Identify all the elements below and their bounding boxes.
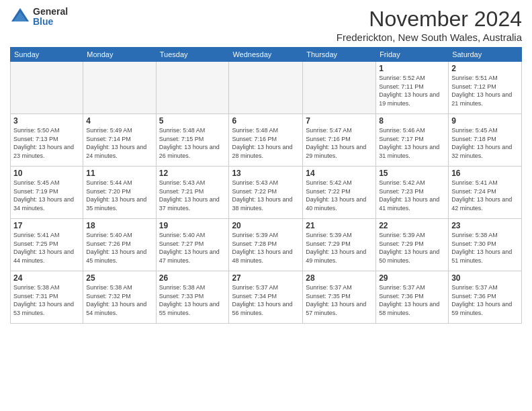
- day-info: Sunrise: 5:52 AMSunset: 7:11 PMDaylight:…: [379, 74, 445, 107]
- day-number: 2: [451, 64, 519, 73]
- calendar-cell: 26Sunrise: 5:38 AMSunset: 7:33 PMDayligh…: [156, 271, 229, 324]
- day-info: Sunrise: 5:42 AMSunset: 7:23 PMDaylight:…: [379, 179, 445, 212]
- sunrise-text: Sunrise: 5:48 AM: [232, 126, 300, 135]
- day-number: 25: [86, 273, 152, 283]
- day-info: Sunrise: 5:38 AMSunset: 7:32 PMDaylight:…: [86, 283, 152, 317]
- header: General Blue November 2024 Frederickton,…: [10, 7, 522, 43]
- day-info: Sunrise: 5:37 AMSunset: 7:36 PMDaylight:…: [379, 283, 445, 317]
- day-number: 7: [306, 116, 373, 126]
- day-number: 18: [86, 221, 152, 230]
- day-info: Sunrise: 5:39 AMSunset: 7:28 PMDaylight:…: [232, 231, 300, 265]
- daylight-text: Daylight: 13 hours and 29 minutes.: [306, 143, 373, 160]
- calendar-cell: 10Sunrise: 5:45 AMSunset: 7:19 PMDayligh…: [11, 167, 83, 219]
- sunrise-text: Sunrise: 5:47 AM: [306, 126, 373, 135]
- sunset-text: Sunset: 7:36 PM: [379, 292, 445, 301]
- daylight-text: Daylight: 13 hours and 38 minutes.: [232, 195, 300, 212]
- daylight-text: Daylight: 13 hours and 21 minutes.: [451, 91, 519, 107]
- day-info: Sunrise: 5:41 AMSunset: 7:25 PMDaylight:…: [13, 231, 80, 265]
- sunrise-text: Sunrise: 5:38 AM: [13, 283, 80, 292]
- sunrise-text: Sunrise: 5:38 AM: [86, 283, 152, 292]
- col-monday: Monday: [83, 48, 156, 62]
- sunrise-text: Sunrise: 5:42 AM: [379, 179, 445, 187]
- calendar-cell: 11Sunrise: 5:44 AMSunset: 7:20 PMDayligh…: [83, 167, 156, 219]
- daylight-text: Daylight: 13 hours and 26 minutes.: [159, 143, 226, 160]
- calendar-cell: 12Sunrise: 5:43 AMSunset: 7:21 PMDayligh…: [156, 167, 229, 219]
- sunset-text: Sunset: 7:21 PM: [159, 187, 226, 196]
- sunset-text: Sunset: 7:29 PM: [306, 240, 373, 248]
- sunset-text: Sunset: 7:33 PM: [159, 292, 226, 301]
- calendar-cell: 5Sunrise: 5:48 AMSunset: 7:15 PMDaylight…: [156, 114, 229, 167]
- day-number: 11: [86, 169, 152, 178]
- calendar-cell: 27Sunrise: 5:37 AMSunset: 7:34 PMDayligh…: [229, 271, 303, 324]
- day-number: 24: [13, 273, 80, 283]
- day-info: Sunrise: 5:49 AMSunset: 7:14 PMDaylight:…: [86, 126, 152, 160]
- sunrise-text: Sunrise: 5:45 AM: [451, 126, 519, 135]
- sunset-text: Sunset: 7:15 PM: [159, 135, 226, 144]
- sunrise-text: Sunrise: 5:48 AM: [159, 126, 226, 135]
- title-area: November 2024 Frederickton, New South Wa…: [337, 7, 522, 43]
- sunrise-text: Sunrise: 5:51 AM: [451, 74, 519, 83]
- calendar-header-row: Sunday Monday Tuesday Wednesday Thursday…: [11, 48, 522, 62]
- daylight-text: Daylight: 13 hours and 49 minutes.: [306, 248, 373, 265]
- sunrise-text: Sunrise: 5:40 AM: [86, 231, 152, 240]
- sunset-text: Sunset: 7:17 PM: [379, 135, 445, 144]
- sunset-text: Sunset: 7:28 PM: [232, 240, 300, 248]
- col-sunday: Sunday: [11, 48, 83, 62]
- calendar-cell: 23Sunrise: 5:38 AMSunset: 7:30 PMDayligh…: [449, 219, 522, 271]
- calendar-cell: 21Sunrise: 5:39 AMSunset: 7:29 PMDayligh…: [303, 219, 376, 271]
- col-wednesday: Wednesday: [229, 48, 303, 62]
- daylight-text: Daylight: 13 hours and 57 minutes.: [306, 300, 373, 317]
- daylight-text: Daylight: 13 hours and 31 minutes.: [379, 143, 445, 160]
- sunset-text: Sunset: 7:16 PM: [232, 135, 300, 144]
- day-number: 10: [13, 169, 80, 178]
- calendar-table: Sunday Monday Tuesday Wednesday Thursday…: [10, 47, 522, 324]
- day-number: 17: [13, 221, 80, 230]
- day-info: Sunrise: 5:38 AMSunset: 7:31 PMDaylight:…: [13, 283, 80, 317]
- sunset-text: Sunset: 7:25 PM: [13, 240, 80, 248]
- calendar-week-5: 24Sunrise: 5:38 AMSunset: 7:31 PMDayligh…: [11, 271, 522, 324]
- sunrise-text: Sunrise: 5:39 AM: [232, 231, 300, 240]
- calendar-cell: [229, 62, 303, 114]
- day-info: Sunrise: 5:48 AMSunset: 7:15 PMDaylight:…: [159, 126, 226, 160]
- daylight-text: Daylight: 13 hours and 19 minutes.: [379, 91, 445, 107]
- day-info: Sunrise: 5:44 AMSunset: 7:20 PMDaylight:…: [86, 179, 152, 212]
- day-info: Sunrise: 5:51 AMSunset: 7:12 PMDaylight:…: [451, 74, 519, 107]
- sunrise-text: Sunrise: 5:39 AM: [379, 231, 445, 240]
- daylight-text: Daylight: 13 hours and 59 minutes.: [451, 300, 519, 317]
- location-subtitle: Frederickton, New South Wales, Australia: [337, 32, 522, 43]
- sunrise-text: Sunrise: 5:43 AM: [232, 179, 300, 187]
- day-info: Sunrise: 5:37 AMSunset: 7:34 PMDaylight:…: [232, 283, 300, 317]
- day-number: 16: [451, 169, 519, 178]
- sunset-text: Sunset: 7:26 PM: [86, 240, 152, 248]
- day-info: Sunrise: 5:39 AMSunset: 7:29 PMDaylight:…: [379, 231, 445, 265]
- day-number: 23: [451, 221, 519, 230]
- page: General Blue November 2024 Frederickton,…: [0, 0, 532, 411]
- sunset-text: Sunset: 7:36 PM: [451, 292, 519, 301]
- calendar-cell: 20Sunrise: 5:39 AMSunset: 7:28 PMDayligh…: [229, 219, 303, 271]
- sunset-text: Sunset: 7:20 PM: [86, 187, 152, 196]
- logo-text: General Blue: [33, 7, 68, 28]
- day-info: Sunrise: 5:37 AMSunset: 7:35 PMDaylight:…: [306, 283, 373, 317]
- calendar-cell: 7Sunrise: 5:47 AMSunset: 7:16 PMDaylight…: [303, 114, 376, 167]
- sunrise-text: Sunrise: 5:44 AM: [86, 179, 152, 187]
- day-number: 8: [379, 116, 445, 126]
- daylight-text: Daylight: 13 hours and 35 minutes.: [86, 195, 152, 212]
- day-info: Sunrise: 5:39 AMSunset: 7:29 PMDaylight:…: [306, 231, 373, 265]
- calendar-cell: 28Sunrise: 5:37 AMSunset: 7:35 PMDayligh…: [303, 271, 376, 324]
- daylight-text: Daylight: 13 hours and 34 minutes.: [13, 195, 80, 212]
- sunrise-text: Sunrise: 5:46 AM: [379, 126, 445, 135]
- day-number: 15: [379, 169, 445, 178]
- calendar-week-3: 10Sunrise: 5:45 AMSunset: 7:19 PMDayligh…: [11, 167, 522, 219]
- daylight-text: Daylight: 13 hours and 56 minutes.: [232, 300, 300, 317]
- day-number: 14: [306, 169, 373, 178]
- sunrise-text: Sunrise: 5:45 AM: [13, 179, 80, 187]
- sunset-text: Sunset: 7:12 PM: [451, 83, 519, 91]
- sunrise-text: Sunrise: 5:49 AM: [86, 126, 152, 135]
- calendar-cell: 4Sunrise: 5:49 AMSunset: 7:14 PMDaylight…: [83, 114, 156, 167]
- day-info: Sunrise: 5:41 AMSunset: 7:24 PMDaylight:…: [451, 179, 519, 212]
- day-number: 26: [159, 273, 226, 283]
- sunset-text: Sunset: 7:22 PM: [232, 187, 300, 196]
- day-number: 4: [86, 116, 152, 126]
- day-number: 12: [159, 169, 226, 178]
- sunset-text: Sunset: 7:35 PM: [306, 292, 373, 301]
